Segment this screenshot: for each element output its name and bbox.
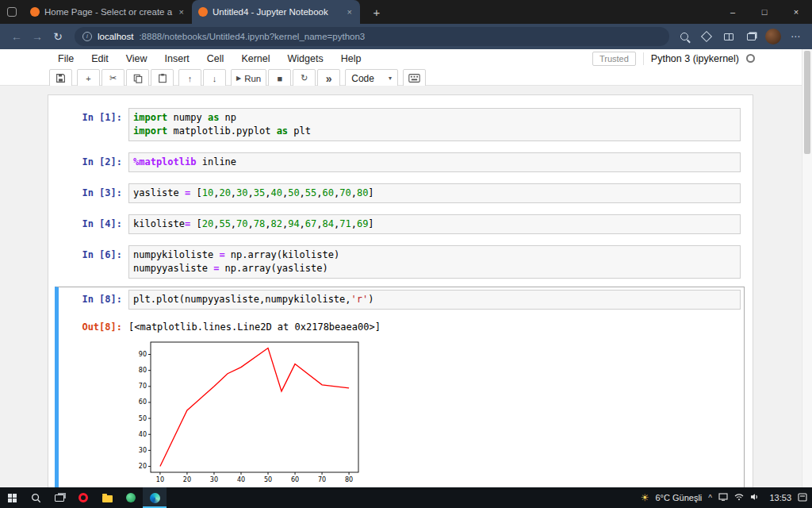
- code-cell[interactable]: In [3]:yasliste = [10,20,30,35,40,50,55,…: [55, 180, 745, 206]
- code-cell[interactable]: In [4]:kiloliste= [20,55,70,78,82,94,67,…: [55, 211, 745, 237]
- input-prompt: In [8]:: [62, 290, 122, 306]
- app-icon-opera[interactable]: [71, 487, 95, 508]
- profile-avatar[interactable]: [764, 28, 782, 45]
- output-text: [<matplotlib.lines.Line2D at 0x2178beaea…: [128, 318, 381, 334]
- input-prompt: In [6]:: [62, 245, 122, 262]
- input-prompt: In [4]:: [62, 214, 122, 231]
- notebook-status: Trusted Python 3 (ipykernel): [592, 50, 755, 67]
- svg-text:50: 50: [139, 415, 147, 422]
- browser-tab-notebook[interactable]: Untitled4 - Jupyter Notebook ×: [192, 0, 360, 24]
- menu-help[interactable]: Help: [332, 53, 370, 64]
- paste-cell-button[interactable]: [151, 69, 174, 87]
- network-icon[interactable]: [734, 493, 744, 502]
- split-screen-icon[interactable]: [720, 28, 737, 45]
- chevron-down-icon: ▾: [389, 75, 392, 82]
- copy-cell-button[interactable]: [126, 69, 149, 87]
- more-options-icon[interactable]: ⋯: [787, 28, 804, 45]
- restart-kernel-button[interactable]: ↻: [293, 69, 316, 87]
- search-icon: [31, 493, 41, 503]
- svg-text:20: 20: [183, 476, 191, 483]
- floppy-icon: [56, 73, 66, 83]
- tab-close-icon[interactable]: ×: [346, 7, 354, 17]
- window-icon: [7, 7, 17, 17]
- code-input[interactable]: numpykiloliste = np.array(kiloliste)nump…: [128, 245, 741, 279]
- divider: [643, 52, 644, 65]
- keyboard-icon: [408, 74, 420, 83]
- input-prompt: In [3]:: [62, 183, 122, 200]
- tab-close-icon[interactable]: ×: [178, 7, 186, 17]
- zoom-icon[interactable]: [676, 28, 693, 45]
- trusted-badge[interactable]: Trusted: [592, 52, 636, 66]
- restart-run-all-button[interactable]: »: [317, 69, 340, 87]
- forward-icon[interactable]: →: [27, 26, 48, 47]
- system-tray: ☀ 6°C Güneşli ^ 13:53: [641, 492, 812, 503]
- url-field[interactable]: i localhost :8888/notebooks/Untitled4.ip…: [75, 27, 669, 46]
- task-view-icon[interactable]: [48, 487, 71, 508]
- svg-text:60: 60: [291, 476, 299, 483]
- jupyter-toolbar: + ✂ ↑ ↓ ▶ Run ■ ↻ »: [0, 69, 812, 87]
- tab-actions-icon[interactable]: [0, 0, 24, 24]
- jupyter-header: File Edit View Insert Cell Kernel Widget…: [0, 49, 812, 86]
- favorites-icon[interactable]: [698, 28, 715, 45]
- back-icon[interactable]: ←: [6, 26, 27, 47]
- menu-cell[interactable]: Cell: [198, 53, 233, 64]
- site-info-icon[interactable]: i: [82, 32, 92, 41]
- weather-sun-icon: ☀: [641, 492, 649, 503]
- cut-cell-button[interactable]: ✂: [102, 69, 124, 87]
- cell-list: In [1]:import numpy as npimport matplotl…: [50, 105, 745, 487]
- collections-icon[interactable]: [742, 28, 760, 45]
- menu-insert[interactable]: Insert: [156, 53, 198, 64]
- code-input[interactable]: plt.plot(numpyyasliste,numpykiloliste,'r…: [128, 290, 741, 310]
- scrollbar-thumb[interactable]: [804, 51, 810, 154]
- cell-type-select[interactable]: Code ▾: [345, 69, 398, 87]
- menu-kernel[interactable]: Kernel: [232, 53, 278, 64]
- svg-text:80: 80: [139, 367, 147, 374]
- window-controls: – □ ×: [717, 0, 812, 24]
- run-button[interactable]: ▶ Run: [231, 69, 266, 87]
- svg-text:60: 60: [139, 398, 147, 406]
- action-center-icon[interactable]: [798, 493, 807, 503]
- menu-file[interactable]: File: [49, 53, 82, 64]
- code-cell[interactable]: In [6]:numpykiloliste = np.array(kilolis…: [55, 242, 745, 282]
- svg-text:20: 20: [139, 463, 147, 470]
- app-icon-file-explorer[interactable]: [95, 487, 119, 508]
- command-palette-button[interactable]: [403, 69, 426, 87]
- close-button[interactable]: ×: [780, 0, 812, 24]
- code-cell[interactable]: In [1]:import numpy as npimport matplotl…: [55, 105, 745, 144]
- scrollbar[interactable]: [802, 49, 812, 487]
- taskbar-search-icon[interactable]: [24, 487, 48, 508]
- new-tab-button[interactable]: +: [368, 6, 385, 19]
- url-path: :8888/notebooks/Untitled4.ipynb?kernel_n…: [139, 32, 365, 41]
- code-input[interactable]: import numpy as npimport matplotlib.pypl…: [128, 108, 741, 141]
- code-cell[interactable]: In [2]:%matplotlib inline: [55, 149, 745, 175]
- app-icon-green[interactable]: [119, 487, 143, 508]
- weather-text[interactable]: 6°C Güneşli: [655, 493, 702, 502]
- taskbar-clock[interactable]: 13:53: [766, 493, 791, 502]
- start-button[interactable]: [0, 487, 24, 508]
- app-icon-edge[interactable]: [143, 487, 167, 508]
- display-icon[interactable]: [718, 493, 728, 502]
- code-input[interactable]: kiloliste= [20,55,70,78,82,94,67,84,71,6…: [128, 214, 741, 234]
- screen: Home Page - Select or create a n × Untit…: [0, 0, 812, 508]
- menu-edit[interactable]: Edit: [82, 53, 117, 64]
- run-icon: ▶: [236, 75, 241, 82]
- code-cell[interactable]: In [8]:plt.plot(numpyyasliste,numpykilol…: [55, 287, 745, 487]
- svg-text:10: 10: [156, 476, 164, 483]
- menu-widgets[interactable]: Widgets: [279, 53, 332, 64]
- minimize-button[interactable]: –: [717, 0, 749, 24]
- menu-view[interactable]: View: [117, 53, 156, 64]
- refresh-icon[interactable]: ↻: [48, 26, 68, 47]
- save-button[interactable]: [49, 69, 72, 87]
- run-label: Run: [244, 74, 261, 83]
- kernel-status-icon: [746, 54, 755, 63]
- move-down-button[interactable]: ↓: [203, 69, 226, 87]
- maximize-button[interactable]: □: [749, 0, 780, 24]
- tray-expand-icon[interactable]: ^: [708, 494, 712, 502]
- code-input[interactable]: yasliste = [10,20,30,35,40,50,55,60,70,8…: [128, 183, 741, 203]
- move-up-button[interactable]: ↑: [178, 69, 201, 87]
- code-input[interactable]: %matplotlib inline: [128, 152, 741, 172]
- browser-tab-home[interactable]: Home Page - Select or create a n ×: [24, 0, 192, 24]
- stop-button[interactable]: ■: [268, 69, 291, 87]
- volume-icon[interactable]: [750, 493, 760, 502]
- add-cell-button[interactable]: +: [77, 69, 100, 87]
